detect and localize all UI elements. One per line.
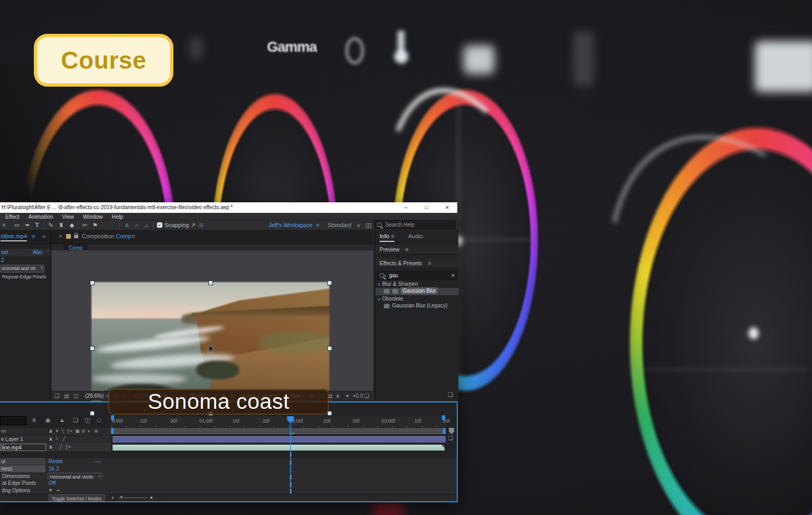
- preview-panel-header[interactable]: Preview ≡: [375, 245, 458, 255]
- timeline-timecode-box[interactable]: [0, 416, 26, 425]
- flowchart-button-icon[interactable]: ⋔: [336, 392, 340, 399]
- draft3d-icon[interactable]: ◉: [45, 417, 51, 424]
- snapping-checkbox[interactable]: ✓: [157, 222, 162, 228]
- menu-help[interactable]: Help: [112, 213, 123, 220]
- menu-animation[interactable]: Animation: [29, 213, 53, 220]
- effect-name-box[interactable]: ur: [0, 458, 45, 465]
- preview-menu-icon[interactable]: ≡: [405, 246, 408, 252]
- timeline-ruler[interactable]: 0:00f 10f 20f 01:00f 10f 20f 02:00f 10f …: [111, 417, 446, 428]
- zoom-out-icon[interactable]: ▴: [112, 495, 114, 500]
- effects-presets-header[interactable]: Effects & Presets ≡: [375, 258, 458, 268]
- type-tool-icon[interactable]: T: [33, 221, 41, 229]
- caret-down-icon[interactable]: ∨: [377, 282, 381, 287]
- workspace-menu-icon[interactable]: ≡: [315, 221, 321, 229]
- pen-tool-icon[interactable]: ✒: [23, 221, 32, 229]
- effect-value-partial[interactable]: 2: [1, 257, 4, 263]
- snap-arrow-icon[interactable]: ↗: [189, 221, 197, 229]
- rect-tool-icon[interactable]: ▭: [13, 221, 21, 229]
- tab-info-menu-icon[interactable]: ≡: [391, 233, 394, 239]
- selection-handle[interactable]: [90, 346, 95, 351]
- panel-grip-icon[interactable]: ❏: [448, 391, 453, 398]
- effects-search-clear-icon[interactable]: ×: [451, 272, 455, 278]
- selection-handle[interactable]: [208, 280, 213, 285]
- eraser-tool-icon[interactable]: ◆: [68, 221, 76, 229]
- dimensions-dropdown[interactable]: Horizontal and Vertic ∨: [48, 473, 103, 480]
- brush-tool-icon[interactable]: ✎: [47, 221, 55, 229]
- effect-about-link[interactable]: Abo: [33, 249, 42, 255]
- tab-close-icon[interactable]: ×: [59, 233, 62, 239]
- compositing-add-remove[interactable]: + −: [49, 487, 61, 494]
- effects-search-value[interactable]: gau: [389, 273, 398, 278]
- axis-local-icon[interactable]: ⋔: [123, 221, 131, 229]
- work-area-bar[interactable]: [111, 428, 446, 434]
- anchor-point-icon[interactable]: ◉: [207, 343, 214, 353]
- comp-marker-bin-icon[interactable]: [449, 428, 454, 434]
- exposure-value[interactable]: +0.0: [353, 392, 363, 399]
- layer-2-switch-icon[interactable]: ♟: [49, 444, 53, 451]
- effect-reset-link[interactable]: set: [1, 249, 8, 255]
- workspace-box-icon[interactable]: ◫: [365, 221, 372, 229]
- zoom-slider-knob[interactable]: ●: [120, 494, 123, 499]
- zoom-in-icon[interactable]: ▲: [149, 494, 154, 500]
- tree-item-gaussian-blur-legacy[interactable]: Gaussian Blur (Legacy): [375, 303, 458, 310]
- tab-audio[interactable]: Audio: [408, 233, 423, 239]
- minimize-button[interactable]: –: [399, 202, 413, 213]
- effect-dimensions-dropdown[interactable]: orizontal and Ve ∨: [0, 265, 44, 273]
- layer-1-duration-bar[interactable]: [113, 436, 446, 443]
- comp-button-icon[interactable]: ❏: [448, 435, 453, 441]
- tree-item-gaussian-blur[interactable]: Gaussian Blur: [375, 288, 458, 295]
- sonoma-coast-title-layer[interactable]: Sonoma coast: [108, 389, 329, 415]
- layer-1-switch-icon[interactable]: ╱: [62, 436, 65, 443]
- layer-1-switch-icon[interactable]: ✧: [55, 436, 59, 443]
- composition-tab-name[interactable]: Comp: [116, 233, 131, 239]
- close-button[interactable]: ×: [440, 202, 455, 213]
- selection-handle[interactable]: [90, 411, 95, 416]
- property-row-dimensions[interactable]: Dimensions Horizontal and Vertic ∨: [0, 473, 457, 480]
- property-row-effect[interactable]: ur Reset —: [0, 458, 457, 466]
- zoom-slider-track[interactable]: [118, 498, 147, 498]
- motion-blur-icon[interactable]: ◫: [85, 417, 90, 424]
- axis-world-icon[interactable]: ⋏: [132, 221, 141, 229]
- effect-controls-tab[interactable]: stline.mp4: [1, 233, 27, 241]
- menu-effect[interactable]: Effect: [5, 213, 20, 220]
- layer-2-switch-icon[interactable]: ╱: [59, 444, 62, 451]
- workspace-overflow-icon[interactable]: »: [355, 221, 362, 229]
- magnification-value[interactable]: (29.6%): [85, 392, 104, 399]
- graph-editor-icon[interactable]: □: [97, 417, 101, 423]
- repeat-edge-value[interactable]: Off: [49, 480, 56, 486]
- window-titlebar[interactable]: H:\Pluralsight\After E ... \8-after-effe…: [0, 202, 457, 213]
- effect-reset-button[interactable]: Reset: [49, 458, 62, 465]
- workspace-label[interactable]: Jeff's Workspace: [269, 221, 312, 229]
- effects-presets-menu-icon[interactable]: ≡: [428, 260, 431, 266]
- panel-grip-icon[interactable]: ❏: [364, 392, 369, 399]
- menu-window[interactable]: Window: [83, 213, 103, 220]
- puppet-pin-tool-icon[interactable]: ⚑: [91, 221, 99, 229]
- mini-flowchart-icon[interactable]: ◫: [73, 392, 78, 399]
- restore-button[interactable]: □: [419, 202, 434, 213]
- effect-about-dash[interactable]: —: [95, 458, 100, 465]
- selection-handle[interactable]: [90, 280, 95, 285]
- always-preview-icon[interactable]: ❏: [54, 392, 59, 399]
- layer-2-switch-icon[interactable]: ƒ×: [66, 444, 71, 451]
- tree-group-obsolete[interactable]: ∨ Obsolete: [375, 296, 458, 303]
- selection-handle[interactable]: [327, 280, 332, 285]
- workspace-standard-label[interactable]: Standard: [328, 221, 352, 229]
- axis-view-icon[interactable]: ⊿: [142, 221, 150, 229]
- search-help-box[interactable]: Search Help: [374, 220, 456, 229]
- layer-2-duration-bar[interactable]: [113, 444, 445, 451]
- layer-1-switch-icon[interactable]: ♟: [49, 436, 53, 443]
- stamp-tool-icon[interactable]: ♜: [57, 221, 66, 229]
- effect-controls-overflow-icon[interactable]: »: [42, 233, 45, 239]
- partial-tool-icon[interactable]: ⌗: [0, 221, 7, 229]
- blurriness-value[interactable]: 16.2: [49, 465, 59, 472]
- rotobrush-tool-icon[interactable]: ✄: [80, 221, 89, 229]
- composition-viewer[interactable]: ◉ Sonoma coast: [51, 250, 373, 391]
- layer-2-name-box[interactable]: line.mp4: [0, 444, 46, 451]
- composition-tab-label[interactable]: Composition: [82, 233, 114, 239]
- effects-search-box[interactable]: ∨ gau ×: [377, 271, 457, 280]
- layer-row-1[interactable]: e Layer 1 ♟ ✧ ╱: [0, 436, 111, 443]
- menu-view[interactable]: View: [62, 213, 74, 220]
- work-area-end-handle[interactable]: [443, 428, 446, 434]
- shy-icon[interactable]: ▲: [59, 417, 65, 423]
- toggle-switches-button[interactable]: Toggle Switches / Modes: [49, 494, 105, 501]
